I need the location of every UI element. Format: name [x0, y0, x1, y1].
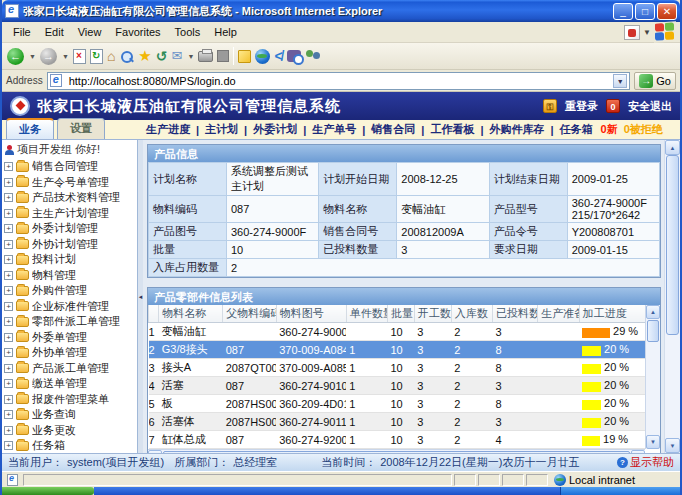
sidebar-item-4[interactable]: +外委计划管理 [4, 221, 137, 237]
go-button[interactable]: → Go [634, 72, 676, 90]
sidebar-item-2[interactable]: +产品技术资料管理 [4, 190, 137, 206]
column-header-5[interactable]: 开工数 [414, 305, 451, 323]
page-vertical-scrollbar[interactable]: ▲ ▼ [664, 140, 680, 453]
parts-table-row[interactable]: 1变幅油缸360-274-9000F1032329 % [149, 323, 646, 341]
menu-item-favorites[interactable]: Favorites [108, 24, 167, 40]
sidebar-item-5[interactable]: +外协计划管理 [4, 237, 137, 253]
sidebar-item-13[interactable]: +产品派工单管理 [4, 361, 137, 377]
column-header-8[interactable]: 生产准备 [538, 305, 579, 323]
column-header-7[interactable]: 已投料数 [493, 305, 538, 323]
sidebar-item-12[interactable]: +外协单管理 [4, 345, 137, 361]
messenger-arrow-button[interactable]: ≮ [274, 48, 282, 64]
expand-icon[interactable]: + [4, 286, 13, 295]
sidebar-item-8[interactable]: +外购件管理 [4, 283, 137, 299]
sidebar-item-9[interactable]: +企业标准件管理 [4, 299, 137, 315]
scroll-thumb[interactable] [666, 155, 679, 335]
nav-item-0[interactable]: 生产进度 [146, 122, 190, 137]
nav-item-3[interactable]: 生产单号 [312, 122, 356, 137]
address-dropdown-icon[interactable]: ▼ [613, 74, 627, 88]
forward-dropdown-icon[interactable]: ▼ [62, 53, 69, 60]
scroll-down-icon[interactable]: ▼ [665, 438, 680, 453]
research-button[interactable] [287, 50, 301, 62]
expand-icon[interactable]: + [4, 410, 13, 419]
menu-item-view[interactable]: View [71, 24, 109, 40]
sidebar-item-3[interactable]: +主生产计划管理 [4, 206, 137, 222]
tab-settings[interactable]: 设置 [57, 118, 105, 139]
parts-table-row[interactable]: 7缸体总成087360-274-9200F11032419 % [149, 431, 646, 449]
parts-table-row[interactable]: 6活塞体2087HS002360-274-9011W11032320 % [149, 413, 646, 431]
expand-icon[interactable]: + [4, 426, 13, 435]
messenger-button[interactable] [305, 49, 321, 63]
windows-taskbar[interactable] [2, 487, 680, 495]
sidebar-item-18[interactable]: +任务箱 [4, 438, 137, 453]
history-button[interactable]: ↺ [156, 48, 168, 64]
parts-table-row[interactable]: 4活塞087360-274-9010F11032320 % [149, 377, 646, 395]
tab-business[interactable]: 业务 [6, 118, 54, 139]
column-header-0[interactable]: 物料名称 [159, 305, 223, 323]
sidebar-item-0[interactable]: +销售合同管理 [4, 159, 137, 175]
adobe-pdf-icon[interactable] [624, 25, 640, 40]
show-help-link[interactable]: ? 显示帮助 [617, 455, 674, 470]
maximize-button[interactable]: □ [635, 3, 655, 20]
menu-item-file[interactable]: File [6, 24, 38, 40]
start-button[interactable] [2, 487, 94, 495]
expand-icon[interactable]: + [4, 178, 13, 187]
sidebar-item-17[interactable]: +业务更改 [4, 423, 137, 439]
expand-icon[interactable]: + [4, 255, 13, 264]
column-header-6[interactable]: 入库数 [451, 305, 492, 323]
browser-globe-button[interactable] [255, 49, 270, 64]
sidebar-item-6[interactable]: +投料计划 [4, 252, 137, 268]
scroll-up-icon[interactable]: ▲ [646, 305, 660, 319]
parts-vertical-scrollbar[interactable]: ▲ ▼ [645, 305, 660, 449]
expand-icon[interactable]: + [4, 317, 13, 326]
column-header-1[interactable]: 父物料编码 [223, 305, 277, 323]
parts-table-row[interactable]: 2G3/8接头087370-009-A084011032820 % [149, 341, 646, 359]
refresh-button[interactable] [90, 49, 103, 64]
nav-item-5[interactable]: 工作看板 [430, 122, 474, 137]
parts-table-row[interactable]: 5板2087HS002360-209-4D01011032820 % [149, 395, 646, 413]
scroll-up-icon[interactable]: ▲ [665, 140, 680, 155]
stop-button[interactable] [73, 49, 86, 64]
expand-icon[interactable]: + [4, 333, 13, 342]
nav-item-4[interactable]: 销售合同 [371, 122, 415, 137]
logout-button[interactable]: 安全退出 [628, 99, 672, 114]
nav-item-1[interactable]: 主计划 [205, 122, 238, 137]
menu-item-help[interactable]: Help [207, 24, 244, 40]
scroll-thumb[interactable] [647, 320, 659, 342]
column-header-3[interactable]: 单件数量 [346, 305, 387, 323]
expand-icon[interactable]: + [4, 240, 13, 249]
scroll-left-icon[interactable]: ◄ [148, 450, 162, 453]
sidebar-item-7[interactable]: +物料管理 [4, 268, 137, 284]
sidebar-item-15[interactable]: +报废件管理菜单 [4, 392, 137, 408]
nav-item-7[interactable]: 任务箱 [560, 122, 593, 137]
minimize-button[interactable]: _ [613, 3, 633, 20]
notes-button[interactable] [238, 50, 251, 63]
column-header-4[interactable]: 批量 [387, 305, 414, 323]
parts-table-row[interactable]: 3接头A2087QT002370-009-A085011032820 % [149, 359, 646, 377]
relogin-button[interactable]: 重登录 [565, 99, 598, 114]
expand-icon[interactable]: + [4, 193, 13, 202]
print-button[interactable] [198, 51, 213, 62]
edit-button[interactable] [217, 50, 229, 62]
sidebar-item-10[interactable]: +零部件派工单管理 [4, 314, 137, 330]
scroll-right-icon[interactable]: ► [631, 450, 645, 453]
column-header-2[interactable]: 物料图号 [276, 305, 346, 323]
expand-icon[interactable]: + [4, 302, 13, 311]
address-input[interactable]: http://localhost:8080/MPS/login.do ▼ [47, 72, 631, 90]
sidebar-item-1[interactable]: +生产令号单管理 [4, 175, 137, 191]
column-header-9[interactable]: 加工进度 [579, 305, 645, 323]
adobe-pdf-dropdown-icon[interactable]: ▼ [643, 28, 651, 37]
scroll-thumb[interactable] [163, 451, 630, 453]
expand-icon[interactable]: + [4, 441, 13, 450]
menu-item-tools[interactable]: Tools [168, 24, 208, 40]
parts-horizontal-scrollbar[interactable]: ◄ ► [148, 449, 645, 453]
expand-icon[interactable]: + [4, 224, 13, 233]
sidebar-item-14[interactable]: +缴送单管理 [4, 376, 137, 392]
mail-dropdown-icon[interactable]: ▼ [187, 53, 194, 60]
sidebar-item-16[interactable]: +业务查询 [4, 407, 137, 423]
back-button[interactable]: ← [7, 48, 24, 65]
nav-item-2[interactable]: 外委计划 [253, 122, 297, 137]
home-button[interactable]: ⌂ [107, 48, 115, 64]
expand-icon[interactable]: + [4, 395, 13, 404]
expand-icon[interactable]: + [4, 364, 13, 373]
